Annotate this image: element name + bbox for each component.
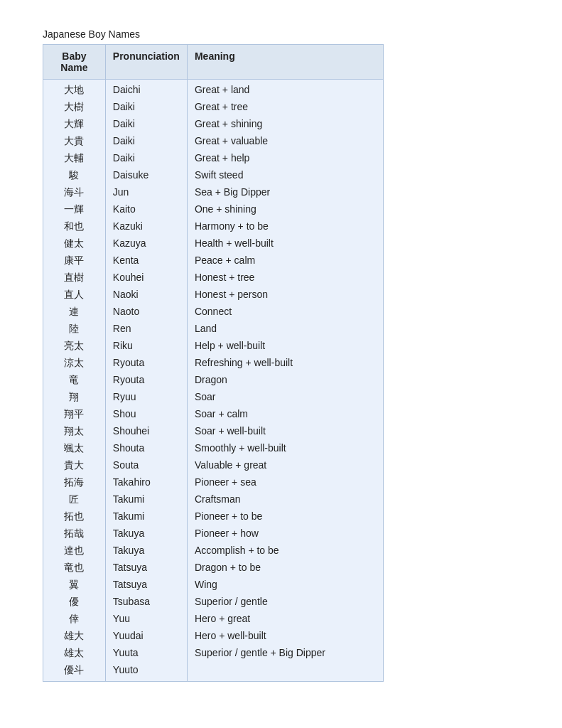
table-row: 翔太ShouheiSoar + well-built	[43, 423, 384, 440]
table-row: 亮太RikuHelp + well-built	[43, 338, 384, 355]
cell-pronunciation: Takumi	[105, 491, 187, 508]
cell-meaning	[187, 662, 383, 682]
cell-kanji: 翔	[43, 389, 106, 406]
cell-kanji: 颯太	[43, 440, 106, 457]
cell-kanji: 大貴	[43, 133, 106, 150]
cell-pronunciation: Takahiro	[105, 474, 187, 491]
cell-pronunciation: Yuuto	[105, 662, 187, 682]
cell-kanji: 健太	[43, 235, 106, 252]
table-row: 大地DaichiGreat + land	[43, 80, 384, 100]
table-row: 康平KentaPeace + calm	[43, 252, 384, 269]
cell-pronunciation: Tatsuya	[105, 560, 187, 577]
cell-meaning: Connect	[187, 304, 383, 321]
page-title: Japanese Boy Names	[43, 28, 519, 40]
cell-kanji: 拓哉	[43, 525, 106, 542]
cell-pronunciation: Ren	[105, 321, 187, 338]
table-row: 大輝DaikiGreat + shining	[43, 116, 384, 133]
cell-kanji: 翼	[43, 577, 106, 594]
table-row: 翔平ShouSoar + calm	[43, 406, 384, 423]
table-row: 優斗Yuuto	[43, 662, 384, 682]
cell-meaning: Superior / gentle + Big Dipper	[187, 645, 383, 662]
cell-meaning: Swift steed	[187, 167, 383, 184]
cell-meaning: Hero + great	[187, 611, 383, 628]
cell-meaning: Great + shining	[187, 116, 383, 133]
cell-kanji: 翔平	[43, 406, 106, 423]
cell-kanji: 直樹	[43, 269, 106, 287]
header-baby-name: Baby Name	[43, 45, 106, 80]
table-row: 直人NaokiHonest + person	[43, 287, 384, 304]
cell-meaning: Great + tree	[187, 99, 383, 116]
table-row: 陸RenLand	[43, 321, 384, 338]
table-row: 拓海TakahiroPioneer + sea	[43, 474, 384, 491]
cell-kanji: 拓也	[43, 508, 106, 525]
cell-meaning: Land	[187, 321, 383, 338]
table-row: 颯太ShoutaSmoothly + well-built	[43, 440, 384, 457]
table-row: 健太KazuyaHealth + well-built	[43, 235, 384, 252]
cell-kanji: 大地	[43, 80, 106, 100]
table-row: 達也TakuyaAccomplish + to be	[43, 542, 384, 560]
cell-meaning: Help + well-built	[187, 338, 383, 355]
cell-kanji: 優斗	[43, 662, 106, 682]
cell-pronunciation: Kazuya	[105, 235, 187, 252]
cell-kanji: 海斗	[43, 184, 106, 201]
cell-kanji: 和也	[43, 218, 106, 235]
cell-kanji: 雄大	[43, 628, 106, 645]
cell-pronunciation: Tatsuya	[105, 577, 187, 594]
cell-pronunciation: Takuya	[105, 542, 187, 560]
cell-meaning: Soar	[187, 389, 383, 406]
cell-pronunciation: Tsubasa	[105, 594, 187, 611]
table-row: 匠TakumiCraftsman	[43, 491, 384, 508]
cell-pronunciation: Daiki	[105, 133, 187, 150]
cell-meaning: Honest + person	[187, 287, 383, 304]
cell-kanji: 竜	[43, 372, 106, 389]
table-row: 拓也TakumiPioneer + to be	[43, 508, 384, 525]
table-row: 一輝KaitoOne + shining	[43, 201, 384, 218]
cell-meaning: Dragon + to be	[187, 560, 383, 577]
cell-pronunciation: Yuu	[105, 611, 187, 628]
cell-kanji: 竜也	[43, 560, 106, 577]
cell-meaning: Wing	[187, 577, 383, 594]
cell-meaning: Refreshing + well-built	[187, 355, 383, 372]
cell-meaning: Peace + calm	[187, 252, 383, 269]
table-row: 拓哉TakuyaPioneer + how	[43, 525, 384, 542]
cell-pronunciation: Jun	[105, 184, 187, 201]
table-row: 連NaotoConnect	[43, 304, 384, 321]
cell-pronunciation: Daiki	[105, 116, 187, 133]
table-row: 倖YuuHero + great	[43, 611, 384, 628]
cell-meaning: Pioneer + sea	[187, 474, 383, 491]
table-row: 翔RyuuSoar	[43, 389, 384, 406]
cell-meaning: Dragon	[187, 372, 383, 389]
cell-meaning: Honest + tree	[187, 269, 383, 287]
cell-pronunciation: Yuudai	[105, 628, 187, 645]
cell-kanji: 直人	[43, 287, 106, 304]
table-row: 竜也TatsuyaDragon + to be	[43, 560, 384, 577]
cell-kanji: 一輝	[43, 201, 106, 218]
names-table: Baby Name Pronunciation Meaning 大地Daichi…	[43, 44, 384, 682]
cell-meaning: Pioneer + to be	[187, 508, 383, 525]
cell-pronunciation: Ryouta	[105, 355, 187, 372]
cell-pronunciation: Ryouta	[105, 372, 187, 389]
cell-pronunciation: Naoto	[105, 304, 187, 321]
cell-pronunciation: Kenta	[105, 252, 187, 269]
cell-kanji: 大樹	[43, 99, 106, 116]
cell-pronunciation: Riku	[105, 338, 187, 355]
cell-meaning: Health + well-built	[187, 235, 383, 252]
table-row: 大輔DaikiGreat + help	[43, 150, 384, 167]
cell-pronunciation: Ryuu	[105, 389, 187, 406]
table-row: 直樹KouheiHonest + tree	[43, 269, 384, 287]
cell-pronunciation: Shouta	[105, 440, 187, 457]
cell-meaning: Great + land	[187, 80, 383, 100]
table-row: 翼TatsuyaWing	[43, 577, 384, 594]
cell-kanji: 匠	[43, 491, 106, 508]
cell-kanji: 亮太	[43, 338, 106, 355]
cell-pronunciation: Kazuki	[105, 218, 187, 235]
cell-kanji: 康平	[43, 252, 106, 269]
cell-pronunciation: Daiki	[105, 99, 187, 116]
cell-meaning: Soar + well-built	[187, 423, 383, 440]
cell-meaning: One + shining	[187, 201, 383, 218]
cell-kanji: 拓海	[43, 474, 106, 491]
cell-pronunciation: Naoki	[105, 287, 187, 304]
table-row: 雄大YuudaiHero + well-built	[43, 628, 384, 645]
cell-kanji: 大輔	[43, 150, 106, 167]
cell-meaning: Accomplish + to be	[187, 542, 383, 560]
